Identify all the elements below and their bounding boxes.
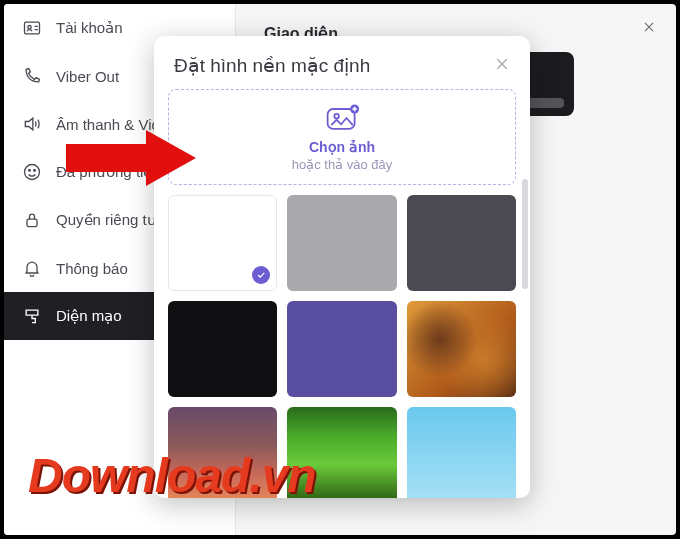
- swatch-almost-black[interactable]: [168, 301, 277, 397]
- svg-rect-0: [25, 22, 40, 34]
- close-icon: [494, 56, 510, 72]
- svg-point-4: [34, 170, 36, 172]
- sidebar-label: Đa phương tiện: [56, 163, 161, 181]
- svg-rect-5: [27, 219, 37, 227]
- modal-body: Chọn ảnh hoặc thả vào đây: [154, 89, 530, 498]
- swatch-dusk[interactable]: [168, 407, 277, 498]
- sidebar-label: Tài khoản: [56, 19, 123, 37]
- paint-icon: [22, 306, 42, 326]
- user-card-icon: [22, 18, 42, 38]
- swatch-light-gray[interactable]: [287, 195, 396, 291]
- modal-title: Đặt hình nền mặc định: [174, 54, 370, 77]
- image-upload-icon: [324, 103, 360, 137]
- upload-dropzone[interactable]: Chọn ảnh hoặc thả vào đây: [168, 89, 516, 185]
- background-modal: Đặt hình nền mặc định Chọn ảnh hoặc thả …: [154, 36, 530, 498]
- background-grid: [168, 195, 516, 498]
- swatch-dark-gray[interactable]: [407, 195, 516, 291]
- dropzone-title: Chọn ảnh: [309, 139, 375, 155]
- sidebar-label: Diện mạo: [56, 307, 122, 325]
- close-settings-button[interactable]: [638, 16, 660, 38]
- svg-point-3: [29, 170, 31, 172]
- swatch-white[interactable]: [168, 195, 277, 291]
- smiley-icon: [22, 162, 42, 182]
- modal-close-button[interactable]: [494, 56, 510, 76]
- sidebar-label: Viber Out: [56, 68, 119, 85]
- svg-point-7: [334, 113, 339, 118]
- speaker-icon: [22, 114, 42, 134]
- close-icon: [642, 20, 656, 34]
- bell-icon: [22, 258, 42, 278]
- svg-rect-6: [328, 109, 355, 129]
- modal-scrollbar[interactable]: [522, 179, 528, 289]
- modal-header: Đặt hình nền mặc định: [154, 36, 530, 89]
- svg-point-2: [25, 165, 40, 180]
- lock-icon: [22, 210, 42, 230]
- dropzone-subtitle: hoặc thả vào đây: [292, 157, 393, 172]
- swatch-purple[interactable]: [287, 301, 396, 397]
- svg-point-1: [28, 26, 31, 29]
- phone-icon: [22, 66, 42, 86]
- sidebar-label: Thông báo: [56, 260, 128, 277]
- swatch-grass[interactable]: [287, 407, 396, 498]
- selected-check-icon: [252, 266, 270, 284]
- swatch-sky[interactable]: [407, 407, 516, 498]
- swatch-canyon[interactable]: [407, 301, 516, 397]
